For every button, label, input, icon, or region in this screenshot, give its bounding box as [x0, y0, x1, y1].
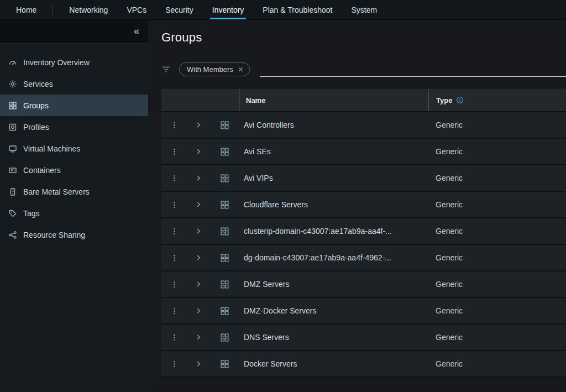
row-expand-chevron-icon[interactable] — [187, 298, 210, 323]
table-row: Avi SEs Generic — [161, 139, 566, 165]
group-name[interactable]: dg-domain-c43007:ae17ab9a-aa4f-4962-... — [239, 253, 428, 262]
group-name[interactable]: Cloudflare Servers — [239, 200, 428, 209]
column-header-name[interactable]: Name — [239, 89, 428, 111]
group-name[interactable]: Avi SEs — [239, 147, 428, 156]
row-menu-icon[interactable] — [161, 112, 187, 138]
table-row: Cloudflare Servers Generic — [161, 192, 566, 218]
group-icon — [210, 280, 239, 289]
group-icon — [210, 147, 239, 156]
group-type: Generic — [428, 147, 566, 156]
sidebar-item-profiles[interactable]: Profiles — [0, 116, 148, 138]
sidebar-item-label: Inventory Overview — [23, 58, 90, 67]
sidebar-item-label: Containers — [23, 166, 61, 175]
sidebar-nav: Inventory OverviewServicesGroupsProfiles… — [0, 42, 148, 245]
group-type: Generic — [428, 359, 566, 368]
table-row: DNS Servers Generic — [161, 325, 566, 351]
row-menu-icon[interactable] — [161, 271, 187, 297]
column-header-type-label: Type — [436, 96, 452, 104]
content-area: « Inventory OverviewServicesGroupsProfil… — [0, 20, 566, 392]
group-name[interactable]: DMZ Servers — [239, 280, 428, 289]
group-type: Generic — [428, 174, 566, 182]
group-name[interactable]: Docker Servers — [239, 359, 428, 368]
row-expand-chevron-icon[interactable] — [187, 351, 210, 377]
row-expand-chevron-icon[interactable] — [187, 325, 210, 350]
groups-table: Name Type Avi Controllers Generic Avi SE… — [161, 89, 566, 378]
column-header-type[interactable]: Type — [428, 89, 566, 111]
sidebar-item-containers[interactable]: Containers — [0, 159, 148, 181]
sidebar-header: « — [0, 20, 148, 42]
sidebar-item-bare-metal-servers[interactable]: Bare Metal Servers — [0, 181, 148, 202]
row-menu-icon[interactable] — [161, 245, 187, 270]
group-name[interactable]: Avi VIPs — [239, 174, 428, 182]
filter-chip[interactable]: With Members — [179, 62, 250, 76]
virtual-machine-icon — [8, 144, 17, 153]
page-title: Groups — [161, 30, 566, 45]
group-icon — [210, 200, 239, 210]
sidebar: « Inventory OverviewServicesGroupsProfil… — [0, 20, 148, 392]
sidebar-item-inventory-overview[interactable]: Inventory Overview — [0, 51, 148, 73]
chip-close-icon[interactable] — [238, 66, 244, 72]
row-menu-icon[interactable] — [161, 165, 187, 191]
row-expand-chevron-icon[interactable] — [187, 165, 210, 191]
top-nav-item-security[interactable]: Security — [156, 0, 203, 19]
filter-input-area[interactable] — [260, 76, 566, 77]
bare-metal-server-icon — [8, 187, 17, 196]
row-expand-chevron-icon[interactable] — [187, 271, 210, 297]
top-nav-item-networking[interactable]: Networking — [60, 0, 117, 19]
nav-divider — [53, 4, 53, 15]
row-expand-chevron-icon[interactable] — [187, 245, 210, 270]
sidebar-item-services[interactable]: Services — [0, 73, 148, 95]
group-icon — [210, 121, 239, 130]
row-expand-chevron-icon[interactable] — [187, 218, 210, 244]
group-type: Generic — [428, 280, 566, 289]
info-icon[interactable] — [456, 96, 464, 104]
row-expand-chevron-icon[interactable] — [187, 112, 210, 138]
column-header-name-label: Name — [246, 96, 265, 104]
sidebar-item-label: Bare Metal Servers — [23, 187, 90, 196]
sidebar-item-tags[interactable]: Tags — [0, 202, 148, 224]
sidebar-item-virtual-machines[interactable]: Virtual Machines — [0, 138, 148, 159]
row-menu-icon[interactable] — [161, 298, 187, 323]
row-menu-icon[interactable] — [161, 139, 187, 164]
row-menu-icon[interactable] — [161, 325, 187, 350]
app-root: HomeNetworkingVPCsSecurityInventoryPlan … — [0, 0, 566, 392]
sidebar-item-label: Resource Sharing — [23, 231, 85, 239]
table-row: Avi Controllers Generic — [161, 112, 566, 139]
sidebar-item-label: Groups — [23, 101, 49, 110]
top-nav-item-home[interactable]: Home — [7, 0, 46, 19]
containers-icon — [8, 166, 17, 175]
group-type: Generic — [428, 253, 566, 262]
sidebar-item-label: Virtual Machines — [23, 144, 80, 153]
top-nav-item-plan-troubleshoot[interactable]: Plan & Troubleshoot — [253, 0, 342, 19]
row-expand-chevron-icon[interactable] — [187, 139, 210, 164]
group-type: Generic — [428, 333, 566, 342]
filter-bar: With Members — [161, 62, 566, 77]
table-row: clusterip-domain-c43007:ae17ab9a-aa4f-..… — [161, 218, 566, 245]
sidebar-collapse-icon[interactable]: « — [134, 26, 139, 36]
group-name[interactable]: clusterip-domain-c43007:ae17ab9a-aa4f-..… — [239, 227, 428, 236]
top-nav: HomeNetworkingVPCsSecurityInventoryPlan … — [0, 0, 566, 20]
group-name[interactable]: DNS Servers — [239, 333, 428, 342]
row-menu-icon[interactable] — [161, 192, 187, 217]
group-icon — [210, 359, 239, 369]
groups-icon — [8, 101, 17, 110]
group-type: Generic — [428, 227, 566, 236]
resource-sharing-icon — [8, 231, 17, 239]
group-name[interactable]: DMZ-Docker Servers — [239, 306, 428, 315]
top-nav-item-system[interactable]: System — [342, 0, 386, 19]
sidebar-item-label: Profiles — [23, 123, 49, 132]
group-icon — [210, 306, 239, 316]
group-type: Generic — [428, 306, 566, 315]
sidebar-item-groups[interactable]: Groups — [0, 95, 148, 116]
table-row: dg-domain-c43007:ae17ab9a-aa4f-4962-... … — [161, 245, 566, 271]
top-nav-item-inventory[interactable]: Inventory — [203, 0, 254, 19]
row-menu-icon[interactable] — [161, 351, 187, 377]
row-expand-chevron-icon[interactable] — [187, 192, 210, 217]
top-nav-item-vpcs[interactable]: VPCs — [117, 0, 156, 19]
row-menu-icon[interactable] — [161, 218, 187, 244]
group-icon — [210, 174, 239, 183]
group-name[interactable]: Avi Controllers — [239, 121, 428, 129]
filter-icon[interactable] — [161, 65, 171, 74]
sidebar-item-resource-sharing[interactable]: Resource Sharing — [0, 224, 148, 245]
table-header-controls-spacer — [161, 89, 239, 111]
